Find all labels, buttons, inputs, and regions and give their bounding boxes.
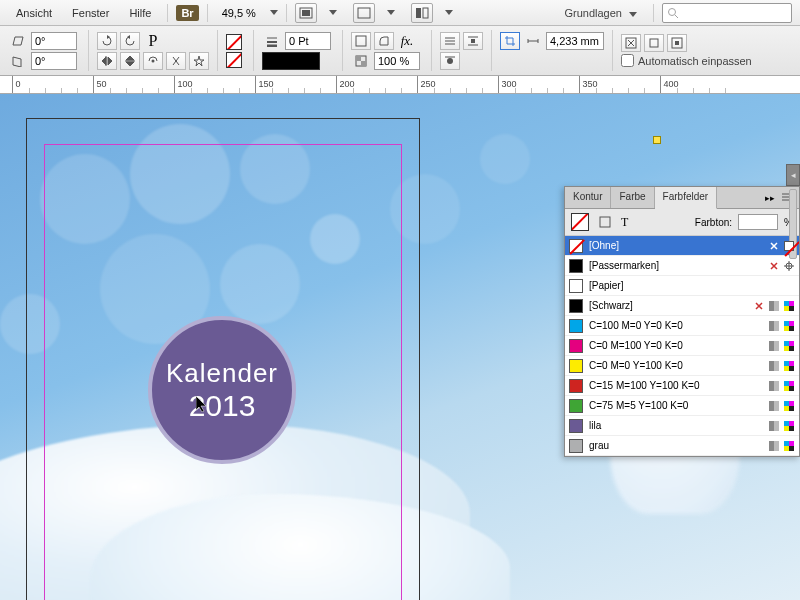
dropdown-caret-icon[interactable] — [387, 10, 395, 15]
autofit-checkbox[interactable]: Automatisch einpassen — [621, 54, 752, 67]
cmyk-icon — [783, 420, 795, 432]
swatch-row[interactable]: C=0 M=0 Y=100 K=0 — [565, 356, 799, 376]
swatch-label: C=15 M=100 Y=100 K=0 — [589, 380, 762, 391]
separator — [207, 4, 208, 22]
calendar-badge[interactable]: Kalender 2013 — [148, 316, 296, 464]
svg-rect-25 — [650, 39, 658, 47]
svg-rect-15 — [361, 61, 366, 66]
flip-h-icon[interactable] — [97, 52, 117, 70]
badge-title: Kalender — [166, 358, 278, 389]
swatch-label: [Passermarken] — [589, 260, 762, 271]
svg-rect-50 — [789, 341, 794, 346]
tab-kontur[interactable]: Kontur — [565, 187, 611, 208]
menu-fenster[interactable]: Fenster — [64, 3, 117, 23]
text-target-icon[interactable]: T — [621, 215, 628, 230]
separator — [286, 4, 287, 22]
object-target-icon[interactable] — [595, 213, 615, 231]
svg-rect-64 — [789, 386, 794, 391]
svg-rect-40 — [789, 306, 794, 311]
fit-frame-icon[interactable] — [644, 34, 664, 52]
wrap-none-icon[interactable] — [440, 32, 460, 50]
swatch-row[interactable]: [Passermarken] — [565, 256, 799, 276]
menu-hilfe[interactable]: Hilfe — [121, 3, 159, 23]
swatch-row[interactable]: [Papier] — [565, 276, 799, 296]
view-options-button[interactable] — [295, 3, 317, 23]
rotate-ccw-icon[interactable] — [120, 32, 140, 50]
screen-mode-button[interactable] — [353, 3, 375, 23]
svg-rect-38 — [789, 301, 794, 306]
frame-width-input[interactable]: 4,233 mm — [546, 32, 604, 50]
swatch-chip — [569, 359, 583, 373]
swatch-row[interactable]: [Ohne] — [565, 236, 799, 256]
svg-rect-68 — [789, 401, 794, 406]
tab-farbfelder[interactable]: Farbfelder — [655, 187, 718, 209]
swatch-row[interactable]: [Schwarz] — [565, 296, 799, 316]
separator — [653, 4, 654, 22]
cmyk-icon — [783, 400, 795, 412]
crop-icon[interactable] — [500, 32, 520, 50]
stroke-style-selector[interactable] — [262, 52, 320, 70]
fit-content-icon[interactable] — [621, 34, 641, 52]
svg-rect-79 — [784, 441, 789, 446]
shear-icon[interactable] — [166, 52, 186, 70]
corner-options-icon[interactable] — [374, 32, 394, 50]
svg-rect-55 — [784, 361, 789, 366]
tint-input[interactable] — [738, 214, 778, 230]
flip-v-icon[interactable] — [120, 52, 140, 70]
star-icon[interactable] — [189, 52, 209, 70]
cmyk-icon — [783, 320, 795, 332]
svg-rect-39 — [784, 306, 789, 311]
swatch-chip — [569, 279, 583, 293]
search-field[interactable] — [682, 7, 787, 19]
arrange-button[interactable] — [411, 3, 433, 23]
dropdown-caret-icon[interactable] — [445, 10, 453, 15]
center-content-icon[interactable] — [667, 34, 687, 52]
menu-ansicht[interactable]: Ansicht — [8, 3, 60, 23]
stroke-swatch-none[interactable] — [226, 52, 242, 68]
wrap-bounding-icon[interactable] — [463, 32, 483, 50]
effects-icon[interactable]: fx. — [397, 32, 417, 50]
workspace-selector[interactable]: Grundlagen — [556, 4, 645, 22]
cmyk-icon — [783, 440, 795, 452]
svg-rect-49 — [784, 341, 789, 346]
swatch-row[interactable]: C=75 M=5 Y=100 K=0 — [565, 396, 799, 416]
svg-rect-74 — [789, 421, 794, 426]
stroke-weight-input[interactable]: 0 Pt — [285, 32, 331, 50]
horizontal-ruler[interactable]: 050100150200250300350400 — [0, 76, 800, 94]
cmyk-icon — [783, 340, 795, 352]
text-wrap-icon[interactable] — [351, 32, 371, 50]
anchor-handle[interactable] — [653, 136, 661, 144]
swatch-chip — [569, 259, 583, 273]
search-input[interactable] — [662, 3, 792, 23]
tab-farbe[interactable]: Farbe — [611, 187, 654, 208]
control-bar: 0° 0° P 0 Pt — [0, 26, 800, 76]
zoom-caret-icon[interactable] — [270, 10, 278, 15]
swatch-list[interactable]: [Ohne][Passermarken][Papier][Schwarz]C=1… — [565, 236, 799, 456]
swatch-row[interactable]: grau — [565, 436, 799, 456]
swatch-row[interactable]: C=100 M=0 Y=0 K=0 — [565, 316, 799, 336]
svg-rect-48 — [774, 341, 779, 351]
swatch-row[interactable]: C=15 M=100 Y=100 K=0 — [565, 376, 799, 396]
svg-rect-37 — [784, 301, 789, 306]
zoom-level[interactable]: 49,5 % — [216, 5, 262, 21]
svg-rect-46 — [789, 326, 794, 331]
bridge-badge[interactable]: Br — [176, 5, 198, 21]
angle-a-input[interactable]: 0° — [31, 32, 77, 50]
opacity-input[interactable]: 100 % — [374, 52, 420, 70]
svg-rect-52 — [789, 346, 794, 351]
svg-point-8 — [175, 60, 177, 62]
panel-collapse-icon[interactable]: ▸▸ — [765, 193, 775, 203]
swatch-row[interactable]: lila — [565, 416, 799, 436]
transform-icon[interactable] — [143, 52, 163, 70]
swatch-label: [Papier] — [589, 280, 789, 291]
dropdown-caret-icon[interactable] — [329, 10, 337, 15]
search-icon — [667, 7, 678, 19]
fill-proxy-icon[interactable] — [571, 213, 589, 231]
fill-swatch-none[interactable] — [226, 34, 242, 50]
panel-dock-handle[interactable] — [786, 164, 800, 186]
swatch-row[interactable]: C=0 M=100 Y=0 K=0 — [565, 336, 799, 356]
angle-b-input[interactable]: 0° — [31, 52, 77, 70]
rotate-cw-icon[interactable] — [97, 32, 117, 50]
registration-icon — [783, 260, 795, 272]
wrap-shape-icon[interactable] — [440, 52, 460, 70]
